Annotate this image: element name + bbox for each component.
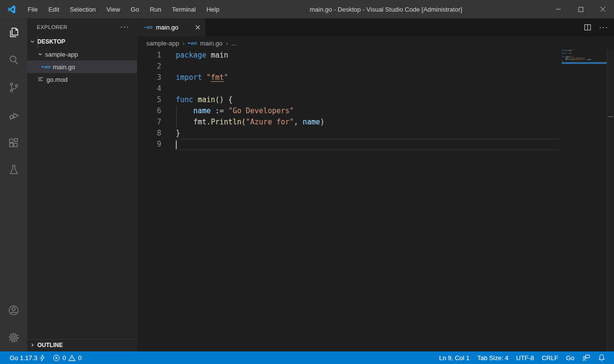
mod-file-icon xyxy=(38,76,44,82)
lightning-icon xyxy=(40,354,45,362)
code-text: name := "Go Developers" xyxy=(176,106,559,117)
outline-section[interactable]: OUTLINE xyxy=(27,339,137,350)
code-text xyxy=(176,139,559,150)
minimap[interactable]: package mainimport "fmt"func main() { na… xyxy=(562,50,607,64)
tab-close-icon[interactable] xyxy=(195,25,200,30)
split-editor-icon[interactable] xyxy=(584,24,591,31)
menu-edit[interactable]: Edit xyxy=(43,0,64,18)
menu-view[interactable]: View xyxy=(101,0,125,18)
line-number: 8 xyxy=(137,128,161,139)
line-number: 1 xyxy=(137,50,161,61)
chevron-down-icon xyxy=(38,52,43,57)
code-line[interactable]: 8} xyxy=(137,128,614,139)
search-icon[interactable] xyxy=(0,46,27,74)
code-line[interactable]: 2 xyxy=(137,61,614,72)
problems-status[interactable]: 0 0 xyxy=(49,351,85,364)
text-cursor xyxy=(176,140,177,149)
notifications-bell-icon[interactable] xyxy=(594,351,609,364)
close-button[interactable] xyxy=(592,0,614,18)
file-tree: DESKTOP sample-app GO main.go go.mod xyxy=(27,35,137,86)
line-number: 4 xyxy=(137,83,161,94)
code-text xyxy=(176,83,559,94)
status-bar: Go 1.17.3 0 0 Ln 9, Col 1 Tab Size: 4 UT… xyxy=(0,351,614,364)
code-line[interactable]: 4 xyxy=(137,83,614,94)
warning-count: 0 xyxy=(78,354,81,362)
testing-icon[interactable] xyxy=(0,156,27,184)
vscode-window: File Edit Selection View Go Run Terminal… xyxy=(0,0,614,364)
menu-help[interactable]: Help xyxy=(201,0,225,18)
run-and-debug-icon[interactable] xyxy=(0,101,27,129)
warning-icon xyxy=(68,354,76,362)
code-line[interactable]: 7 fmt.Println("Azure for", name) xyxy=(137,117,614,128)
overview-ruler[interactable] xyxy=(607,50,614,351)
explorer-icon[interactable] xyxy=(0,18,27,46)
indent-guide xyxy=(37,35,38,48)
accounts-icon[interactable] xyxy=(0,296,27,324)
tab-main-go[interactable]: GO main.go xyxy=(137,18,205,36)
outline-label: OUTLINE xyxy=(37,342,63,349)
window-controls xyxy=(547,0,614,18)
cursor-position-status[interactable]: Ln 9, Col 1 xyxy=(435,351,474,364)
title-bar: File Edit Selection View Go Run Terminal… xyxy=(0,0,614,18)
more-actions-icon[interactable]: ··· xyxy=(599,25,608,30)
settings-gear-icon[interactable] xyxy=(0,324,27,351)
editor-actions: ··· xyxy=(584,18,608,36)
menu-run[interactable]: Run xyxy=(144,0,167,18)
window-title: main.go - Desktop - Visual Studio Code [… xyxy=(225,0,547,18)
menu-file[interactable]: File xyxy=(22,0,43,18)
tree-item-main-go[interactable]: GO main.go xyxy=(27,61,137,73)
code-line[interactable]: 1package main xyxy=(137,50,614,61)
extensions-icon[interactable] xyxy=(0,129,27,156)
go-file-icon: GO xyxy=(42,65,50,69)
code-line[interactable]: 9 xyxy=(137,139,614,150)
chevron-down-icon xyxy=(30,39,35,44)
line-number: 7 xyxy=(137,117,161,128)
minimap-line xyxy=(562,62,607,64)
editor-group: GO main.go ··· sample-app › GO main.go ›… xyxy=(137,18,614,351)
code-line[interactable]: 5func main() { xyxy=(137,94,614,106)
explorer-title: EXPLORER xyxy=(37,24,120,30)
explorer-more-actions-icon[interactable]: ··· xyxy=(120,25,129,30)
vscode-logo-icon xyxy=(0,0,22,18)
maximize-button[interactable] xyxy=(569,0,592,18)
go-version-label: Go 1.17.3 xyxy=(10,354,37,362)
menu-go[interactable]: Go xyxy=(125,0,144,18)
code-text: func main() { xyxy=(176,94,559,106)
code-text xyxy=(176,61,559,72)
line-number: 9 xyxy=(137,139,161,150)
tab-size-status[interactable]: Tab Size: 4 xyxy=(474,351,512,364)
language-mode-status[interactable]: Go xyxy=(562,351,578,364)
breadcrumb: sample-app › GO main.go › ... xyxy=(137,36,614,50)
chevron-right-icon xyxy=(30,343,35,348)
status-left: Go 1.17.3 0 0 xyxy=(6,351,86,364)
explorer-sidebar: EXPLORER ··· DESKTOP sample-app GO main.… xyxy=(27,18,137,351)
overview-cursor-marker xyxy=(608,116,613,117)
code-line[interactable]: 6 name := "Go Developers" xyxy=(137,106,614,117)
go-version-status[interactable]: Go 1.17.3 xyxy=(6,351,49,364)
breadcrumb-folder[interactable]: sample-app xyxy=(146,40,179,47)
tree-item-go-mod[interactable]: go.mod xyxy=(27,73,137,86)
menu-terminal[interactable]: Terminal xyxy=(167,0,201,18)
file-label: go.mod xyxy=(46,76,67,83)
tree-item-sample-app[interactable]: sample-app xyxy=(27,48,137,61)
tree-root-desktop[interactable]: DESKTOP xyxy=(27,35,137,48)
eol-status[interactable]: CRLF xyxy=(538,351,562,364)
code-text: fmt.Println("Azure for", name) xyxy=(176,117,559,128)
feedback-icon[interactable] xyxy=(578,351,594,364)
code-editor[interactable]: 1package main23import "fmt"45func main()… xyxy=(137,50,614,351)
encoding-status[interactable]: UTF-8 xyxy=(512,351,538,364)
minimize-button[interactable] xyxy=(547,0,569,18)
chevron-separator-icon: › xyxy=(226,40,228,47)
go-file-icon: GO xyxy=(188,41,197,46)
code-line[interactable]: 3import "fmt" xyxy=(137,72,614,83)
breadcrumb-file[interactable]: main.go xyxy=(200,40,222,47)
source-control-icon[interactable] xyxy=(0,74,27,101)
folder-label: sample-app xyxy=(45,51,78,58)
code-text: } xyxy=(176,128,559,139)
menu-selection[interactable]: Selection xyxy=(64,0,101,18)
error-count: 0 xyxy=(62,354,66,362)
activity-bar xyxy=(0,18,27,351)
line-number: 6 xyxy=(137,106,161,117)
breadcrumb-symbol[interactable]: ... xyxy=(231,40,237,47)
tab-label: main.go xyxy=(156,24,192,31)
